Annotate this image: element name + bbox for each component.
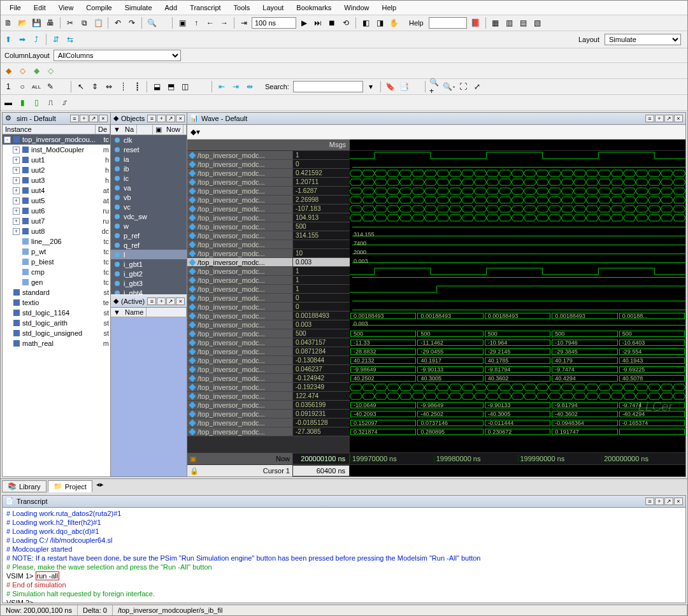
sim-row[interactable]: +uut3h (3, 175, 110, 185)
mode-all-btn[interactable]: ALL (30, 80, 43, 93)
wave-signal-row[interactable]: /top_inversor_modc... (187, 347, 292, 356)
sim-max-icon[interactable]: + (80, 115, 89, 122)
active-col-name[interactable]: ▼ Name (111, 308, 187, 317)
fwd-icon[interactable]: → (218, 17, 231, 29)
sim-row[interactable]: std_logic_unsignedst (3, 328, 110, 338)
object-row[interactable]: reset (111, 145, 187, 154)
sim-row[interactable]: +uut5at (3, 196, 110, 206)
help-input[interactable] (429, 17, 467, 29)
sim-row[interactable]: std_logic_1164st (3, 308, 110, 318)
expander-icon[interactable]: + (13, 228, 20, 235)
zoom-out-icon[interactable]: 🔍- (443, 80, 455, 93)
object-row[interactable]: i_gbt4 (111, 288, 187, 294)
wave-signal-row[interactable]: /top_inversor_modc... (187, 276, 292, 285)
wave-signal-row[interactable]: /top_inversor_modc... (187, 365, 292, 374)
expander-icon[interactable] (4, 330, 11, 337)
expander-icon[interactable] (13, 238, 20, 245)
undo-icon[interactable]: ↶ (111, 17, 124, 29)
nav-up-icon[interactable]: ⬆ (2, 33, 15, 46)
sim-row[interactable]: gentc (3, 277, 110, 287)
help-go-icon[interactable]: 📕 (469, 17, 482, 29)
columnlayout-select[interactable]: AllColumns (54, 50, 181, 61)
wave-style-d-icon[interactable]: ⎍ (44, 96, 57, 109)
wave-signal-row[interactable]: /top_inversor_modc... (187, 374, 292, 383)
obj-col-now[interactable]: ▣ Now (153, 125, 187, 134)
up-icon[interactable]: ↑ (190, 17, 203, 29)
wave-close-icon[interactable]: × (674, 115, 683, 122)
wave-signal-row[interactable]: /top_inversor_modc... (187, 356, 292, 365)
object-row[interactable]: vdc_sw (111, 211, 187, 221)
copy-icon[interactable]: ⧉ (78, 17, 90, 29)
object-row[interactable]: va (111, 183, 187, 192)
object-row[interactable]: l (111, 250, 187, 259)
tabs-more-icon[interactable]: ◂▸ (96, 480, 104, 492)
window-b-icon[interactable]: ▥ (503, 17, 516, 29)
mode-o-btn[interactable]: ○ (16, 80, 29, 93)
wave-signal-row[interactable]: /top_inversor_modc... (187, 258, 292, 267)
trace-right-icon[interactable]: ⇥ (229, 80, 242, 93)
wave-style-a-icon[interactable]: ▬ (2, 96, 15, 109)
expander-icon[interactable] (4, 289, 11, 296)
sim-dock-icon[interactable]: ≡ (70, 115, 79, 122)
expander-icon[interactable]: + (13, 208, 20, 215)
wave-signal-row[interactable]: /top_inversor_modc... (187, 392, 292, 401)
signal-c-icon[interactable]: ◫ (178, 80, 191, 93)
sim-row[interactable]: cmptc (3, 267, 110, 277)
wave-signal-row[interactable]: /top_inversor_modc... (187, 419, 292, 427)
cov-c-icon[interactable]: ◆ (30, 64, 43, 77)
wave-signal-row[interactable]: /top_inversor_modc... (187, 401, 292, 410)
object-row[interactable]: p_ref (111, 231, 187, 240)
menu-compile[interactable]: Compile (80, 2, 118, 13)
sim-row[interactable]: +uut6ru (3, 206, 110, 216)
bookmark-b-icon[interactable]: 📑 (398, 80, 411, 93)
signal-a-icon[interactable]: ⬓ (150, 80, 163, 93)
nav-right-icon[interactable]: ➡ (16, 33, 29, 46)
object-row[interactable]: vb (111, 192, 187, 202)
tr-max-icon[interactable]: + (655, 498, 664, 505)
sim-row[interactable]: +uut1h (3, 155, 110, 165)
object-row[interactable]: i_gbt2 (111, 269, 187, 278)
object-row[interactable]: ic (111, 173, 187, 183)
ruler-b-icon[interactable]: ┋ (131, 80, 143, 93)
wave-dock-icon[interactable]: ≡ (645, 115, 654, 122)
trace-both-icon[interactable]: ⇹ (243, 80, 256, 93)
break-icon[interactable]: ⏹ (326, 17, 338, 29)
object-row[interactable]: i_gbt1 (111, 259, 187, 269)
object-row[interactable]: i_gbt3 (111, 278, 187, 288)
zoom-v-icon[interactable]: ⇕ (89, 80, 101, 93)
wave-signal-row[interactable]: /top_inversor_modc... (187, 222, 292, 231)
object-row[interactable]: w (111, 221, 187, 231)
layout-select[interactable]: Simulate (605, 34, 681, 45)
wave-signal-row[interactable]: /top_inversor_modc... (187, 338, 292, 347)
wave-add-icon[interactable]: ◆▾ (189, 125, 201, 138)
wave-signal-row[interactable]: /top_inversor_modc... (187, 231, 292, 240)
act-undock-icon[interactable]: ↗ (166, 297, 175, 305)
object-row[interactable]: ia (111, 154, 187, 164)
sim-row[interactable]: +uut4at (3, 185, 110, 196)
wave-signal-row[interactable]: /top_inversor_modc... (187, 427, 292, 436)
sim-row[interactable]: math_realm (3, 338, 110, 348)
sim-row[interactable]: +inst_ModCouplerm (3, 145, 110, 155)
sim-row[interactable]: std_logic_arithst (3, 318, 110, 328)
sim-row[interactable]: standardst (3, 287, 110, 297)
transcript-body[interactable]: # Loading work.ruta_datos2(ruta2)#1# Loa… (3, 508, 685, 603)
cursor-icon[interactable]: ↖ (75, 80, 87, 93)
wave-signal-row[interactable]: /top_inversor_modc... (187, 151, 292, 160)
wave-signal-row[interactable]: /top_inversor_modc... (187, 320, 292, 329)
window-d-icon[interactable]: ▧ (531, 17, 544, 29)
wave-signal-row[interactable]: /top_inversor_modc... (187, 383, 292, 392)
mode-1-btn[interactable]: 1 (2, 80, 15, 93)
sim-row[interactable]: +uut2h (3, 165, 110, 175)
act-dock-icon[interactable]: ≡ (147, 297, 156, 305)
step-icon[interactable]: ⇥ (238, 17, 250, 29)
wave-names[interactable]: /top_inversor_modc.../top_inversor_modc.… (187, 151, 292, 436)
trace-left-icon[interactable]: ⇤ (215, 80, 228, 93)
tr-dock-icon[interactable]: ≡ (645, 498, 654, 505)
expander-icon[interactable] (4, 320, 11, 327)
wave-signal-row[interactable]: /top_inversor_modc... (187, 329, 292, 338)
menu-help[interactable]: Help (375, 2, 403, 13)
object-row[interactable]: ib (111, 164, 187, 173)
wave-signal-row[interactable]: /top_inversor_modc... (187, 204, 292, 213)
tr-undock-icon[interactable]: ↗ (664, 498, 673, 505)
expander-icon[interactable] (4, 310, 11, 317)
